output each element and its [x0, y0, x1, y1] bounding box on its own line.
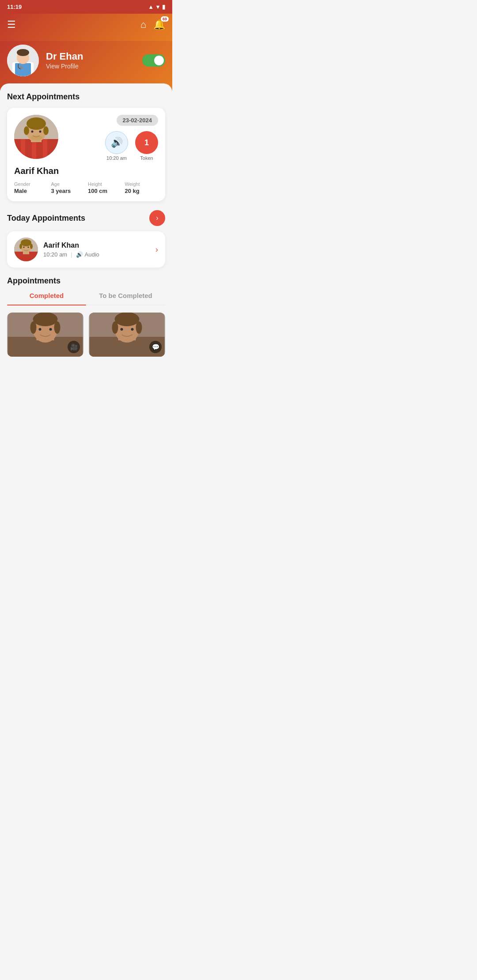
notification-count: 69: [161, 16, 169, 22]
completed-thumb-2[interactable]: 💬: [89, 313, 165, 357]
token-button[interactable]: 1: [135, 131, 158, 154]
today-appointment-item[interactable]: Aarif Khan 10:20 am | 🔊 Audio ›: [7, 231, 165, 268]
patient-name: Aarif Khan: [14, 166, 158, 176]
video-icon: 🎥: [68, 341, 80, 353]
battery-icon: ▮: [162, 4, 165, 10]
svg-rect-8: [21, 139, 25, 159]
appointments-tabs: Completed To be Completed: [7, 292, 165, 305]
wifi-icon: ▾: [156, 4, 159, 10]
profile-name: Dr Ehan: [46, 51, 135, 62]
svg-point-17: [39, 131, 42, 133]
audio-button[interactable]: 🔊: [105, 131, 128, 154]
svg-point-32: [33, 313, 58, 326]
svg-point-4: [17, 49, 29, 56]
appointment-date: 23-02-2024: [117, 115, 159, 126]
gender-detail: Gender Male: [14, 181, 48, 194]
svg-rect-10: [43, 139, 47, 159]
type-label: Audio: [85, 251, 99, 258]
svg-point-16: [31, 131, 34, 133]
weight-detail: Weight 20 kg: [125, 181, 159, 194]
status-toggle[interactable]: [142, 54, 165, 67]
token-number: 1: [144, 138, 149, 147]
header-left: ☰: [7, 19, 16, 30]
svg-rect-2: [15, 63, 31, 76]
notification-button[interactable]: 🔔 69: [153, 19, 165, 30]
avatar: [7, 45, 39, 76]
status-bar: 11:19 ▲ ▾ ▮: [0, 0, 172, 14]
svg-point-45: [131, 328, 134, 331]
token-action-col: 1 Token: [135, 131, 158, 161]
age-label: Age: [51, 181, 85, 187]
height-label: Height: [88, 181, 121, 187]
next-appointment-card: 23-02-2024 🔊 10:20 am 1 Token: [7, 108, 165, 201]
patient-avatar: [14, 115, 58, 159]
appointments-section: Appointments Completed To be Completed: [7, 276, 165, 357]
completed-appointments-grid: 🎥 💬: [7, 313, 165, 357]
svg-point-5: [20, 66, 23, 69]
svg-point-34: [54, 321, 61, 334]
menu-icon[interactable]: ☰: [7, 19, 16, 30]
svg-point-43: [136, 321, 142, 334]
main-content: Next Appointments: [0, 83, 172, 373]
svg-point-23: [21, 239, 31, 246]
profile-info: Dr Ehan View Profile: [46, 51, 135, 70]
chat-icon: 💬: [149, 341, 162, 353]
age-detail: Age 3 years: [51, 181, 85, 194]
today-appointment-type: 🔊 Audio: [76, 251, 99, 258]
list-arrow-icon: ›: [155, 245, 158, 254]
audio-time-label: 10:20 am: [106, 155, 127, 161]
svg-point-33: [30, 321, 37, 334]
volume-icon: 🔊: [111, 137, 123, 148]
svg-point-15: [43, 126, 49, 135]
patient-details: Gender Male Age 3 years Height 100 cm We…: [14, 181, 158, 194]
today-patient-info: Aarif Khan 10:20 am | 🔊 Audio: [43, 241, 150, 258]
svg-point-13: [26, 117, 46, 130]
svg-point-35: [39, 328, 42, 331]
card-top: 23-02-2024 🔊 10:20 am 1 Token: [14, 115, 158, 161]
audio-action-col: 🔊 10:20 am: [105, 131, 128, 161]
svg-point-25: [30, 244, 33, 249]
svg-point-42: [112, 321, 118, 334]
card-right: 23-02-2024 🔊 10:20 am 1 Token: [58, 115, 158, 161]
weight-label: Weight: [125, 181, 159, 187]
height-detail: Height 100 cm: [88, 181, 121, 194]
today-appointments-title: Today Appointments: [7, 214, 85, 223]
today-appointments-arrow[interactable]: ›: [149, 210, 165, 226]
next-appointments-title: Next Appointments: [7, 92, 165, 102]
home-icon[interactable]: ⌂: [140, 19, 146, 30]
header-nav: ⌂ 🔔 69: [140, 19, 165, 30]
completed-thumb-1[interactable]: 🎥: [7, 313, 83, 357]
svg-point-18: [30, 135, 42, 140]
token-label: Token: [140, 155, 153, 161]
appointments-title: Appointments: [7, 276, 165, 286]
today-patient-name: Aarif Khan: [43, 241, 150, 249]
svg-point-24: [19, 244, 22, 249]
separator: |: [71, 251, 72, 258]
weight-value: 20 kg: [125, 188, 159, 194]
action-buttons: 🔊 10:20 am 1 Token: [105, 131, 158, 161]
tab-to-be-completed[interactable]: To be Completed: [86, 292, 165, 305]
age-value: 3 years: [51, 188, 85, 194]
today-appointments-header: Today Appointments ›: [7, 210, 165, 226]
svg-point-14: [24, 126, 29, 135]
signal-icon: ▲: [148, 4, 154, 10]
gender-label: Gender: [14, 181, 48, 187]
height-value: 100 cm: [88, 188, 121, 194]
header: ☰ ⌂ 🔔 69: [0, 14, 172, 41]
audio-icon: 🔊: [76, 251, 83, 258]
svg-point-36: [49, 328, 52, 331]
view-profile-link[interactable]: View Profile: [46, 63, 79, 70]
today-appointment-meta: 10:20 am | 🔊 Audio: [43, 251, 150, 258]
gender-value: Male: [14, 188, 48, 194]
status-time: 11:19: [7, 4, 22, 10]
svg-point-26: [23, 247, 25, 248]
status-icons: ▲ ▾ ▮: [148, 4, 165, 10]
tab-completed[interactable]: Completed: [7, 292, 86, 305]
today-appointment-time: 10:20 am: [43, 251, 67, 258]
svg-point-44: [121, 328, 123, 331]
today-patient-avatar: [14, 237, 38, 261]
svg-point-41: [115, 313, 140, 326]
svg-point-27: [28, 247, 29, 248]
